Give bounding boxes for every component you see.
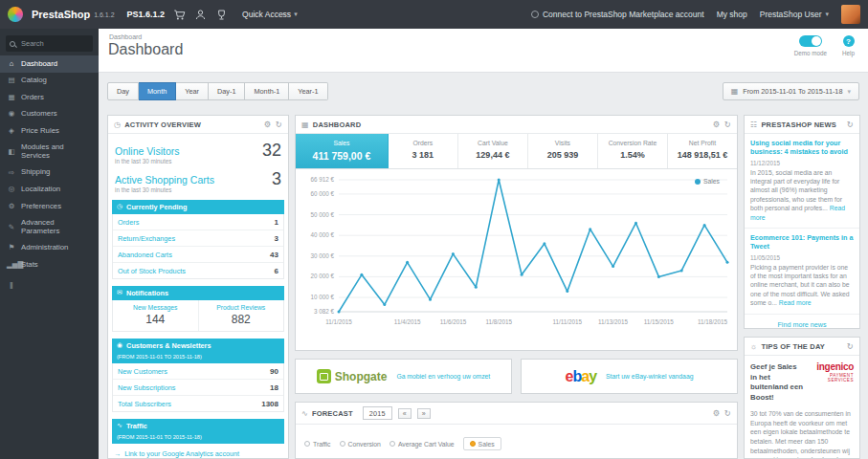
orders-icon: ▦ [7,94,16,101]
svg-text:30 000 €: 30 000 € [310,252,334,259]
prestashop-logo-icon[interactable] [8,7,23,22]
refresh-icon[interactable]: ↻ [847,120,854,129]
new-messages-cell[interactable]: New Messages 144 [113,300,198,331]
chevron-down-icon: ▾ [825,11,829,18]
kpi-net-profit[interactable]: Net Profit148 918,51 € [668,134,737,168]
sidebar-menu: ⌂Dashboard ▤Catalog ▦Orders ◉Customers ◈… [0,55,99,273]
tips-heading-row: Geef je Sales in het buitenland een Boos… [745,356,859,407]
period-year-1-button[interactable]: Year-1 [289,82,327,100]
help-control[interactable]: ? Help [842,35,855,56]
notifications-banner: ✉ Notifications [112,286,284,300]
period-button-group: Day Month Year Day-1 Month-1 Year-1 [107,82,328,100]
new-customers-row[interactable]: New Customers90 [113,363,283,380]
news-item-title[interactable]: Using social media for your business: 4 … [750,139,854,157]
period-month-1-button[interactable]: Month-1 [245,82,289,100]
sidebar-item-advanced-parameters[interactable]: ✎Advanced Parameters [0,215,99,240]
tips-heading: Geef je Sales in het buitenland een Boos… [750,362,805,403]
sidebar-item-customers[interactable]: ◉Customers [0,106,99,123]
forecast-year-select[interactable]: 2015 [363,406,392,420]
kpi-label: Conversion Rate [600,140,665,146]
kpi-cart-value[interactable]: Cart Value129,44 € [458,134,528,168]
sidebar-item-administration[interactable]: ⚑Administration [0,240,99,257]
breadcrumb[interactable]: Dashboard [109,33,142,40]
kpi-visits[interactable]: Visits205 939 [528,134,598,168]
stats-icon: ▂▅▇ [7,261,16,269]
google-analytics-link[interactable]: → Link to your Google Analytics account [108,444,288,459]
demo-mode-toggle[interactable] [799,35,822,47]
pending-row-returns[interactable]: Return/Exchanges3 [113,230,283,247]
period-month-button[interactable]: Month [139,82,176,100]
brand-name[interactable]: PrestaShop [32,9,90,20]
customer-profile-icon[interactable] [194,9,207,21]
total-subscribers-row[interactable]: Total Subscribers1308 [113,396,283,411]
find-more-news-link[interactable]: Find more news [745,315,859,335]
forecast-legend-conversion[interactable]: Conversion [340,441,381,448]
ingenico-brand: ingenico [810,362,854,372]
forecast-legend-sales[interactable]: Sales [463,437,501,450]
legend-dot-icon [695,179,701,185]
localization-icon: ◎ [7,186,16,193]
sidebar-search[interactable] [6,35,93,52]
sidebar-collapse-button[interactable]: ‖ [0,281,99,291]
my-shop-link[interactable]: My shop [717,10,747,19]
kpi-conversion-rate[interactable]: Conversion Rate1.54% [598,134,668,168]
refresh-icon[interactable]: ↻ [276,120,282,129]
sidebar-item-price-rules[interactable]: ◈Price Rules [0,122,99,140]
news-item-date: 11/05/2015 [750,254,854,261]
legend-ring-icon [304,441,310,447]
ebay-ad-body: ebay Start uw eBay-winkel vandaag [522,360,737,393]
refresh-icon[interactable]: ↻ [724,120,731,129]
sidebar-item-dashboard[interactable]: ⌂Dashboard [0,55,99,73]
user-menu[interactable]: PrestaShop User ▾ [760,10,829,19]
trophy-icon[interactable] [215,9,228,21]
gear-icon[interactable]: ⚙ [264,120,272,129]
sidebar-item-shipping[interactable]: ⇨Shipping [0,164,99,182]
kpi-value: 3 181 [390,150,456,160]
cart-icon[interactable] [173,9,186,21]
date-range-button[interactable]: ▦ From 2015-11-01 To 2015-11-18 ▾ [723,82,859,100]
news-item-title[interactable]: Ecommerce 101: Payments in a Tweet [750,233,854,251]
shopgate-ad-link[interactable]: Ga mobiel en verhoog uw omzet [396,373,490,380]
forecast-prev-button[interactable]: « [398,408,412,419]
legend-label: Conversion [348,441,381,448]
period-day-1-button[interactable]: Day-1 [209,82,245,100]
main-content: Dashboard Dashboard Demo mode ? Help Day… [99,29,868,459]
forecast-legend-average-cart-value[interactable]: Average Cart Value [389,441,455,448]
forecast-legend-traffic[interactable]: Traffic [304,441,331,448]
ebay-ad-panel: ebay Start uw eBay-winkel vandaag [521,359,738,394]
gear-icon[interactable]: ⚙ [713,120,721,129]
notifications-title: Notifications [126,289,168,297]
user-avatar[interactable] [841,5,860,24]
search-icon [10,41,15,47]
forecast-next-button[interactable]: » [417,408,431,419]
period-day-button[interactable]: Day [107,82,139,100]
search-input[interactable] [19,38,88,49]
read-more-link[interactable]: Read more [779,299,812,306]
kpi-sales[interactable]: Sales411 759,00 € [296,134,389,168]
period-year-button[interactable]: Year [176,82,209,100]
kpi-label: Cart Value [460,140,525,146]
sidebar-item-stats[interactable]: ▂▅▇Stats [0,256,99,273]
gear-icon[interactable]: ⚙ [713,408,721,418]
help-icon[interactable]: ? [843,35,855,47]
kpi-orders[interactable]: Orders3 181 [389,134,458,168]
product-reviews-cell[interactable]: Product Reviews 882 [198,300,284,331]
new-subscriptions-row[interactable]: New Subscriptions18 [113,380,283,396]
ebay-ad-link[interactable]: Start uw eBay-winkel vandaag [606,373,693,380]
sidebar-item-localization[interactable]: ◎Localization [0,182,99,199]
new-messages-value: 144 [115,313,196,326]
quick-access-menu[interactable]: Quick Access ▾ [242,10,298,19]
pending-row-orders[interactable]: Orders1 [113,214,283,230]
refresh-icon[interactable]: ↻ [847,341,854,351]
sidebar-item-preferences[interactable]: ⚙Preferences [0,198,99,215]
sidebar-item-modules[interactable]: ◧Modules and Services [0,140,99,164]
traffic-title: Traffic [126,422,147,430]
pending-row-abandoned-carts[interactable]: Abandoned Carts43 [113,247,283,263]
sidebar-item-catalog[interactable]: ▤Catalog [0,73,99,90]
pending-row-out-of-stock[interactable]: Out of Stock Products6 [113,263,283,278]
page-header: Dashboard Dashboard Demo mode ? Help [99,29,868,73]
sidebar-item-orders[interactable]: ▦Orders [0,89,99,106]
demo-mode-control[interactable]: Demo mode [794,35,827,56]
marketplace-link[interactable]: Connect to PrestaShop Marketplace accoun… [531,10,704,19]
refresh-icon[interactable]: ↻ [724,408,731,418]
